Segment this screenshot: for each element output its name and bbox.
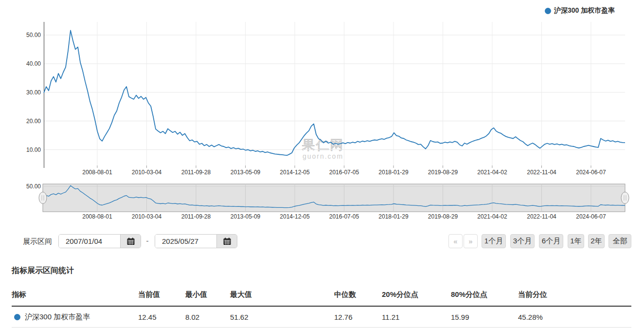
- x-tick-label: 2014-12-05: [280, 169, 310, 176]
- navigator-x-tick-label: 2021-04-02: [477, 213, 507, 220]
- y-tick-label: 40.00: [26, 60, 41, 67]
- chart-legend[interactable]: 沪深300 加权市盈率: [545, 6, 615, 15]
- navigator-x-tick-label: 2011-09-28: [181, 213, 211, 220]
- pan-left-button[interactable]: «: [448, 234, 463, 248]
- stat-min: 8.02: [185, 313, 230, 321]
- navigator-right-handle[interactable]: [621, 192, 629, 204]
- x-tick-label: 2018-01-29: [378, 169, 409, 176]
- end-date-group: [155, 234, 237, 248]
- navigator-x-tick-label: 2016-07-05: [329, 213, 359, 220]
- period-buttons: « » 1个月 3个月 6个月 1年 2年 全部: [448, 234, 631, 248]
- col-header-p80: 80%分位点: [451, 290, 518, 299]
- x-tick-label: 2019-08-29: [428, 169, 458, 176]
- y-tick-label: 20.00: [26, 118, 41, 125]
- x-tick-label: 2021-04-02: [477, 169, 507, 176]
- series-marker-icon: [14, 314, 20, 320]
- navigator-x-tick-label: 2010-03-04: [132, 213, 162, 220]
- col-header-current: 当前值: [138, 290, 185, 299]
- col-header-p20: 20%分位点: [382, 290, 451, 299]
- x-tick-label: 2022-11-04: [527, 169, 556, 176]
- x-tick-label: 2010-03-04: [132, 169, 162, 176]
- stat-percentile: 45.28%: [518, 313, 631, 321]
- range-button-6m[interactable]: 6个月: [539, 234, 563, 248]
- end-date-input[interactable]: [155, 235, 216, 248]
- col-header-min: 最小值: [185, 290, 230, 299]
- calendar-icon: [223, 238, 231, 245]
- x-tick-label: 2011-09-28: [181, 169, 211, 176]
- stat-median: 12.76: [334, 313, 382, 321]
- navigator-x-tick-label: 2019-08-29: [428, 213, 458, 220]
- indicator-name-cell: 沪深300 加权市盈率: [12, 312, 138, 322]
- double-chevron-left-icon: «: [453, 238, 457, 245]
- y-tick-label: 10.00: [26, 147, 41, 153]
- date-range-label: 展示区间: [23, 237, 52, 246]
- y-tick-label: 30.00: [26, 89, 41, 96]
- stat-current: 12.45: [138, 313, 185, 321]
- app: 果仁网 guorn.com 10.0020.0030.0040.0050.002…: [0, 0, 644, 330]
- col-header-percentile: 当前分位: [518, 290, 631, 299]
- range-button-all[interactable]: 全部: [608, 234, 631, 248]
- col-header-indicator: 指标: [12, 290, 138, 299]
- start-date-calendar-button[interactable]: [120, 235, 141, 248]
- indicator-name: 沪深300 加权市盈率: [25, 312, 90, 322]
- navigator-chart[interactable]: 2008-08-012010-03-042011-09-282013-05-09…: [0, 179, 644, 224]
- x-tick-label: 2008-08-01: [82, 169, 112, 176]
- stat-p20: 11.21: [382, 313, 451, 321]
- navigator-x-tick-label: 2014-12-05: [280, 213, 310, 220]
- x-tick-label: 2016-07-05: [329, 169, 359, 176]
- range-button-3m[interactable]: 3个月: [510, 234, 535, 248]
- stats-table-row: 沪深300 加权市盈率 12.45 8.02 51.62 12.76 11.21…: [12, 307, 631, 328]
- range-button-1m[interactable]: 1个月: [482, 234, 506, 248]
- navigator-x-tick-label: 2024-06-07: [576, 213, 606, 220]
- stat-p80: 15.99: [451, 313, 518, 321]
- calendar-icon: [127, 238, 135, 245]
- range-controls: 展示区间 -: [0, 234, 644, 249]
- navigator-x-tick-label: 2022-11-04: [527, 213, 556, 220]
- legend-marker-icon: [545, 8, 551, 14]
- main-chart: 10.0020.0030.0040.0050.002008-08-012010-…: [0, 0, 644, 179]
- stats-title: 指标展示区间统计: [12, 265, 631, 276]
- stat-max: 51.62: [230, 313, 334, 321]
- navigator-x-tick-label: 2018-01-29: [378, 213, 409, 220]
- end-date-calendar-button[interactable]: [216, 235, 237, 248]
- x-tick-label: 2024-06-07: [576, 169, 606, 176]
- legend-label: 沪深300 加权市盈率: [554, 6, 615, 15]
- navigator-selected-range[interactable]: [43, 184, 625, 212]
- double-chevron-right-icon: »: [468, 238, 472, 245]
- stats-table-header: 指标 当前值 最小值 最大值 中位数 20%分位点 80%分位点 当前分位: [12, 283, 631, 307]
- stats-section: 指标展示区间统计 指标 当前值 最小值 最大值 中位数 20%分位点 80%分位…: [12, 265, 631, 328]
- col-header-median: 中位数: [334, 290, 382, 299]
- start-date-input[interactable]: [59, 235, 120, 248]
- navigator-x-tick-label: 2008-08-01: [82, 213, 112, 220]
- start-date-group: [58, 234, 141, 248]
- col-header-max: 最大值: [230, 290, 334, 299]
- range-button-1y[interactable]: 1年: [568, 234, 584, 248]
- series-line: [44, 31, 625, 156]
- navigator-left-handle[interactable]: [39, 192, 47, 204]
- pan-right-button[interactable]: »: [464, 234, 478, 248]
- range-button-2y[interactable]: 2年: [588, 234, 605, 248]
- date-range-separator: -: [144, 237, 151, 245]
- navigator-x-tick-label: 2013-05-09: [231, 213, 261, 220]
- x-tick-label: 2013-05-09: [231, 169, 261, 176]
- y-tick-label: 50.00: [26, 32, 41, 38]
- navigator-y-label: 50.00: [26, 183, 41, 190]
